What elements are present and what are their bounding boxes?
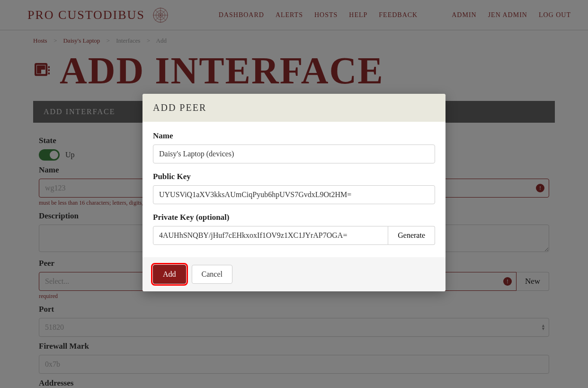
- modal-overlay[interactable]: ADD PEER Name Public Key Private Key (op…: [0, 0, 588, 388]
- modal-pubkey-input[interactable]: [153, 185, 435, 204]
- cancel-button[interactable]: Cancel: [192, 265, 232, 284]
- modal-name-label: Name: [153, 131, 435, 141]
- add-button[interactable]: Add: [153, 265, 186, 284]
- modal-title: ADD PEER: [143, 94, 445, 122]
- modal-privkey-input[interactable]: [153, 226, 388, 245]
- generate-button[interactable]: Generate: [388, 226, 435, 245]
- add-peer-modal: ADD PEER Name Public Key Private Key (op…: [143, 94, 445, 291]
- modal-name-input[interactable]: [153, 144, 435, 163]
- modal-pubkey-label: Public Key: [153, 172, 435, 181]
- modal-privkey-label: Private Key (optional): [153, 213, 435, 222]
